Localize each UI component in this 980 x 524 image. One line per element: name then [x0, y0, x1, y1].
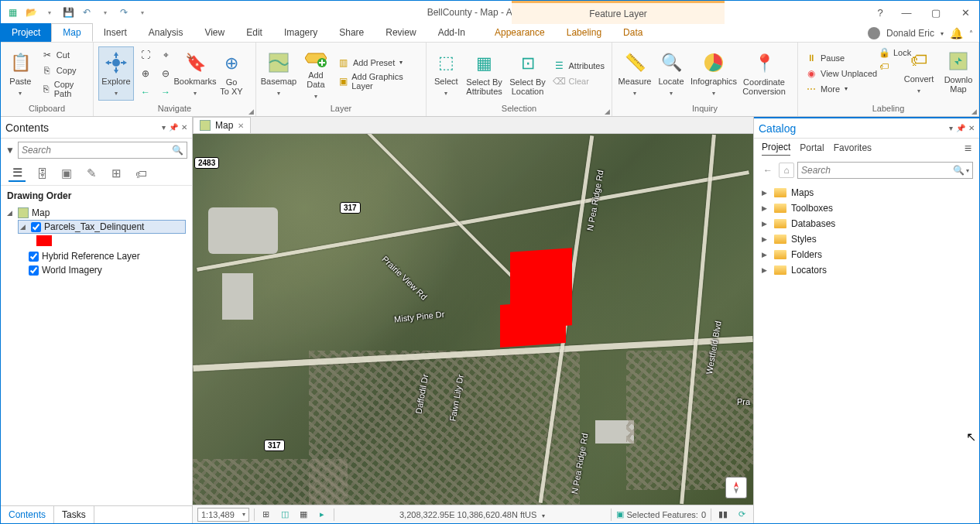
list-labeling-icon[interactable]: 🏷: [132, 165, 149, 182]
qat-open-icon[interactable]: 📂: [24, 5, 38, 19]
cut-button[interactable]: ✂Cut: [39, 48, 88, 62]
avatar-icon[interactable]: [868, 27, 880, 39]
more-labels-button[interactable]: ⋯More▾: [803, 82, 879, 96]
contents-close-icon[interactable]: ✕: [181, 123, 187, 132]
tab-review[interactable]: Review: [375, 23, 427, 42]
contents-search-input[interactable]: [22, 145, 172, 156]
coordinates-readout[interactable]: 3,208,322.95E 10,386,620.48N ftUS ▾: [339, 510, 606, 519]
tab-project[interactable]: Project: [1, 23, 51, 42]
list-source-icon[interactable]: 🗄: [33, 165, 50, 182]
prev-extent-button[interactable]: ←: [137, 85, 154, 99]
catalog-home-icon[interactable]: ⌂: [779, 163, 794, 178]
tab-addin[interactable]: Add-In: [427, 23, 476, 42]
maximize-button[interactable]: ▢: [922, 1, 950, 24]
next-extent-button[interactable]: →: [157, 85, 174, 99]
catalog-item-toolboxes[interactable]: ▶Toolboxes: [762, 200, 971, 216]
pause-draw-icon[interactable]: ▮▮: [716, 508, 730, 522]
catalog-item-locators[interactable]: ▶Locators: [762, 262, 971, 278]
parcels-symbol-swatch[interactable]: [36, 235, 52, 246]
close-tab-icon[interactable]: ✕: [238, 122, 244, 130]
user-name[interactable]: Donald Eric: [886, 28, 934, 39]
tab-analysis[interactable]: Analysis: [138, 23, 194, 42]
convert-labels-button[interactable]: 🏷 Convert: [901, 44, 937, 98]
qat-dropdown-1[interactable]: [43, 5, 57, 19]
catalog-search-input[interactable]: [801, 165, 953, 176]
list-snapping-icon[interactable]: ⊞: [108, 165, 125, 182]
catalog-tab-project[interactable]: Project: [762, 142, 790, 156]
catalog-hamburger-icon[interactable]: ≡: [965, 142, 971, 156]
bottom-tab-tasks[interactable]: Tasks: [54, 506, 94, 523]
toc-layer-imagery[interactable]: World Imagery: [18, 263, 186, 277]
catalog-tab-favorites[interactable]: Favorites: [834, 142, 872, 156]
qat-redo-icon[interactable]: ↷: [117, 5, 131, 19]
paste-button[interactable]: 📋 Paste: [5, 46, 36, 101]
select-button[interactable]: ⬚ Select: [431, 46, 461, 101]
contents-autohide-icon[interactable]: 📌: [169, 123, 178, 132]
layer-visibility-checkbox[interactable]: [29, 252, 39, 262]
qat-save-icon[interactable]: 💾: [61, 5, 75, 19]
minimize-button[interactable]: —: [893, 1, 920, 24]
selection-launcher[interactable]: ◢: [605, 108, 610, 115]
tab-insert[interactable]: Insert: [93, 23, 138, 42]
catalog-item-databases[interactable]: ▶Databases: [762, 216, 971, 231]
tab-view[interactable]: View: [194, 23, 235, 42]
copy-button[interactable]: ⎘Copy: [39, 63, 88, 77]
bottom-tab-contents[interactable]: Contents: [1, 506, 54, 523]
scale-selector[interactable]: 1:13,489: [197, 508, 249, 522]
list-selection-icon[interactable]: ▣: [58, 165, 75, 182]
collapse-ribbon-icon[interactable]: ˄: [969, 29, 973, 38]
list-drawing-order-icon[interactable]: ☰: [9, 165, 26, 182]
catalog-tab-portal[interactable]: Portal: [800, 142, 824, 156]
expand-icon[interactable]: ◢: [20, 223, 28, 231]
bookmarks-button[interactable]: 🔖 Bookmarks: [177, 46, 213, 101]
select-by-loc-button[interactable]: ⊡ Select By Location: [508, 46, 548, 101]
catalog-close-icon[interactable]: ✕: [968, 124, 975, 132]
toc-layer-parcels[interactable]: ◢ Parcels_Tax_Delinquent: [18, 220, 186, 234]
refresh-icon[interactable]: ⟳: [735, 508, 749, 522]
locate-button[interactable]: 🔍 Locate: [656, 46, 687, 101]
expand-icon[interactable]: ◢: [7, 209, 15, 217]
tab-labeling[interactable]: Labeling: [556, 23, 612, 42]
selected-features-readout[interactable]: ▣ Selected Features: 0: [616, 509, 706, 519]
measure-button[interactable]: 📏 Measure: [617, 46, 653, 101]
toc-layer-hybrid[interactable]: Hybrid Reference Layer: [18, 249, 186, 263]
navigator-compass[interactable]: [725, 477, 747, 498]
notifications-icon[interactable]: 🔔: [950, 27, 963, 39]
navigate-launcher[interactable]: ◢: [248, 108, 254, 115]
snapping-icon[interactable]: ◫: [278, 508, 292, 522]
map-view-tab[interactable]: Map ✕: [193, 117, 251, 133]
catalog-item-folders[interactable]: ▶Folders: [762, 247, 971, 262]
filter-icon[interactable]: ▼: [5, 145, 15, 156]
qat-undo-icon[interactable]: ↶: [80, 5, 94, 19]
label-layer-button[interactable]: 🏷: [875, 60, 893, 74]
tab-map[interactable]: Map: [51, 23, 92, 42]
fixed-zoom-out-button[interactable]: ⊖: [157, 67, 174, 80]
close-button[interactable]: ✕: [951, 1, 979, 24]
catalog-item-maps[interactable]: ▶Maps: [762, 185, 971, 200]
add-data-button[interactable]: Add Data: [300, 46, 332, 101]
tab-appearance[interactable]: Appearance: [484, 23, 556, 42]
catalog-item-styles[interactable]: ▶Styles: [762, 231, 971, 247]
view-unplaced-button[interactable]: ◉View Unplaced: [803, 67, 879, 80]
full-extent-button[interactable]: ⛶: [137, 48, 154, 62]
add-graphics-button[interactable]: ▣Add Graphics Layer: [335, 71, 421, 91]
catalog-back-icon[interactable]: ←: [760, 163, 776, 178]
add-preset-button[interactable]: ▥Add Preset▾: [335, 56, 421, 70]
coord-conversion-button[interactable]: 📍 Coordinate Conversion: [741, 46, 787, 101]
download-map-button[interactable]: Downlo Map: [940, 44, 977, 98]
tab-edit[interactable]: Edit: [235, 23, 273, 42]
toc-map-root[interactable]: ◢ Map: [7, 206, 186, 220]
corrections-icon[interactable]: ▸: [315, 508, 329, 522]
catalog-search-box[interactable]: 🔍 ▾: [797, 162, 973, 179]
select-by-attr-button[interactable]: ▦ Select By Attributes: [464, 46, 505, 101]
constraints-icon[interactable]: ▦: [296, 508, 310, 522]
basemap-button[interactable]: Basemap: [261, 46, 296, 101]
snap-grid-icon[interactable]: ⊞: [259, 508, 273, 522]
map-canvas[interactable]: 2483 317 317 N Pea Ridge Rd N Pea Ridge …: [193, 134, 753, 505]
help-icon[interactable]: ?: [869, 1, 891, 24]
attributes-button[interactable]: ☰Attributes: [551, 59, 607, 73]
tab-share[interactable]: Share: [328, 23, 375, 42]
catalog-autohide-icon[interactable]: 📌: [956, 124, 965, 132]
search-icon[interactable]: 🔍: [953, 165, 965, 176]
contents-menu-icon[interactable]: ▾: [162, 123, 166, 132]
